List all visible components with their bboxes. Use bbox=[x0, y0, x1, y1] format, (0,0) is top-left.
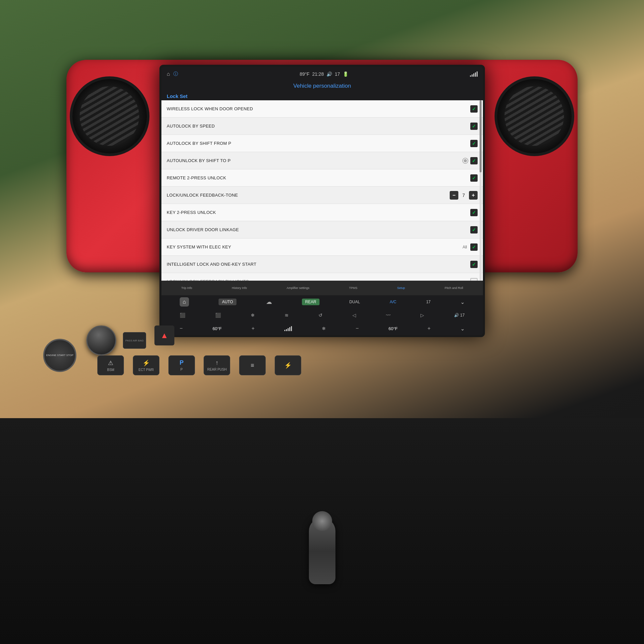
home-button[interactable]: ⌂ bbox=[180, 297, 189, 307]
setting-row-autolock-shift[interactable]: AUTOLOCK BY SHIFT FROM P ✓ bbox=[161, 135, 483, 152]
snowflake-icon[interactable]: ❄ bbox=[322, 326, 326, 331]
gear-shifter[interactable] bbox=[309, 518, 335, 584]
setting-control-feedback-lights[interactable] bbox=[470, 278, 478, 281]
checkbox-autolock-shift[interactable]: ✓ bbox=[470, 140, 478, 147]
pass-airbag-indicator: PASS AIR BAG bbox=[123, 332, 146, 349]
extra-btn-1[interactable]: ≡ bbox=[239, 355, 266, 375]
setting-control-autounlock[interactable]: ✓ bbox=[462, 157, 478, 164]
setting-row-driver-door[interactable]: UNLOCK DRIVER DOOR LINKAGE ✓ bbox=[161, 221, 483, 238]
status-right bbox=[470, 71, 478, 77]
feedback-tone-plus[interactable]: + bbox=[469, 191, 478, 200]
setting-row-wireless-lock[interactable]: Wireless lock when door opened ✓ bbox=[161, 100, 483, 118]
seat-heat-right-icon[interactable]: ⬛ bbox=[215, 313, 221, 318]
setting-label-autolock-shift: AUTOLOCK BY SHIFT FROM P bbox=[167, 141, 231, 146]
wave-icon[interactable]: 〰 bbox=[386, 313, 391, 318]
checkbox-feedback-lights[interactable] bbox=[470, 278, 478, 281]
checkbox-intelligent-lock[interactable]: ✓ bbox=[470, 261, 478, 268]
right-air-vent bbox=[495, 76, 574, 156]
bsm-button[interactable]: ⚠ BSM bbox=[97, 355, 124, 375]
parking-label: P bbox=[180, 368, 183, 371]
defrost-icon[interactable]: ❄ bbox=[251, 313, 255, 318]
bottom-nav: Trip Info History Info Amplifier setting… bbox=[161, 281, 483, 295]
checkbox-wireless-lock[interactable]: ✓ bbox=[470, 105, 478, 113]
fan-icon[interactable]: ☁ bbox=[266, 298, 272, 306]
radio-autounlock[interactable] bbox=[462, 158, 468, 164]
setting-control-autolock-speed[interactable]: ✓ bbox=[470, 123, 478, 130]
fan-left-icon[interactable]: ◁ bbox=[352, 313, 356, 318]
setting-row-remote-unlock[interactable]: REMOTE 2-PRESS UNLOCK ✓ bbox=[161, 169, 483, 187]
extra-icon-1: ≡ bbox=[251, 362, 254, 369]
scroll-indicator[interactable] bbox=[480, 100, 482, 281]
signal-bar-3 bbox=[473, 73, 474, 77]
nav-trip-info[interactable]: Trip Info bbox=[181, 286, 192, 290]
setting-row-autounlock[interactable]: AUTOUNLOCK BY SHIFT TO P ✓ bbox=[161, 152, 483, 169]
nav-tpms[interactable]: TPMS bbox=[349, 286, 357, 290]
climate-row-3: − 60°F + ❄ − 60°F + ⌄ bbox=[161, 322, 483, 335]
nav-setup[interactable]: Setup bbox=[397, 286, 405, 290]
volume-icon[interactable]: 🔊 bbox=[326, 71, 332, 77]
ac-button[interactable]: A/C bbox=[390, 300, 397, 304]
nav-history-info[interactable]: History Info bbox=[232, 286, 247, 290]
engine-start-label: ENGINE START STOP bbox=[46, 353, 73, 357]
setting-control-autolock-shift[interactable]: ✓ bbox=[470, 140, 478, 147]
nav-pitch-roll[interactable]: Pitch and Roll bbox=[445, 286, 463, 290]
setting-row-autolock-speed[interactable]: AUTOLOCK BY SPEED ✓ bbox=[161, 118, 483, 135]
signal-bar-4 bbox=[475, 72, 476, 77]
setting-control-feedback-tone[interactable]: − 7 + bbox=[450, 191, 478, 200]
rear-button[interactable]: REAR bbox=[302, 299, 320, 305]
engine-start-button[interactable]: ENGINE START STOP bbox=[43, 339, 76, 372]
setting-control-driver-door[interactable]: ✓ bbox=[470, 226, 478, 233]
sig5 bbox=[291, 326, 292, 331]
sig4 bbox=[289, 327, 290, 331]
info-icon[interactable]: ⓘ bbox=[173, 71, 178, 77]
key-system-all-label: All bbox=[463, 245, 467, 249]
rear-push-button[interactable]: ↑ REAR PUSH bbox=[204, 355, 230, 375]
ect-pwr-button[interactable]: ⚡ ECT PWR bbox=[133, 355, 159, 375]
feedback-tone-minus[interactable]: − bbox=[450, 191, 458, 200]
setting-row-feedback-lights[interactable]: LOCK/UNLOCK FEEDBACK BY LIGHTS bbox=[161, 273, 483, 281]
setting-control-key-system[interactable]: All ✓ bbox=[463, 243, 478, 251]
checkbox-key2press[interactable]: ✓ bbox=[470, 209, 478, 216]
setting-control-intelligent-lock[interactable]: ✓ bbox=[470, 261, 478, 268]
chevron-down-icon[interactable]: ⌄ bbox=[460, 299, 465, 305]
seat-heat-left-icon[interactable]: ⬛ bbox=[180, 313, 185, 318]
parking-button[interactable]: P P bbox=[168, 355, 195, 375]
rear-push-icon: ↑ bbox=[216, 359, 219, 366]
home-icon[interactable]: ⌂ bbox=[167, 71, 170, 77]
temp-right-plus[interactable]: + bbox=[427, 325, 430, 331]
setting-control-remote-unlock[interactable]: ✓ bbox=[470, 174, 478, 182]
setting-row-key-system[interactable]: KEY SYSTEM WITH ELEC KEY All ✓ bbox=[161, 238, 483, 256]
wireless-charge-button[interactable]: ⚡ bbox=[275, 355, 301, 375]
bsm-icon: ⚠ bbox=[108, 359, 113, 367]
temp-left-minus[interactable]: − bbox=[180, 325, 183, 331]
airflow-icon[interactable]: ≋ bbox=[285, 313, 289, 318]
setting-row-intelligent-lock[interactable]: INTELLIGENT LOCK AND ONE-KEY START ✓ bbox=[161, 256, 483, 273]
climate-row-1: ⌂ AUTO ☁ REAR DUAL A/C 17 ⌄ bbox=[161, 295, 483, 309]
checkbox-autounlock[interactable]: ✓ bbox=[470, 157, 478, 164]
checkbox-key-system[interactable]: ✓ bbox=[470, 243, 478, 251]
recirc-icon[interactable]: ↺ bbox=[319, 313, 322, 318]
auto-button[interactable]: AUTO bbox=[219, 299, 236, 305]
checkbox-driver-door[interactable]: ✓ bbox=[470, 226, 478, 233]
chevron-down-icon-2[interactable]: ⌄ bbox=[460, 325, 465, 332]
nav-amplifier-label: Amplifier settings bbox=[287, 286, 310, 290]
small-buttons-row: ⚠ BSM ⚡ ECT PWR P P ↑ REAR PUSH ≡ ⚡ bbox=[93, 352, 306, 379]
left-air-vent bbox=[70, 76, 149, 156]
setting-row-feedback-tone[interactable]: LOCK/UNLOCK FEEDBACK-TONE − 7 + bbox=[161, 187, 483, 204]
sig2 bbox=[286, 329, 287, 331]
signal-strength bbox=[284, 326, 292, 331]
checkbox-autolock-speed[interactable]: ✓ bbox=[470, 123, 478, 130]
temp-right-minus[interactable]: − bbox=[356, 325, 359, 331]
signal-bar-5 bbox=[477, 71, 478, 77]
scroll-thumb[interactable] bbox=[480, 100, 482, 172]
fan-right-icon[interactable]: ▷ bbox=[420, 313, 424, 318]
setting-row-key2press[interactable]: KEY 2-PRESS UNLOCK ✓ bbox=[161, 204, 483, 221]
setting-control-key2press[interactable]: ✓ bbox=[470, 209, 478, 216]
nav-amplifier[interactable]: Amplifier settings bbox=[287, 286, 310, 290]
setting-control-wireless-lock[interactable]: ✓ bbox=[470, 105, 478, 113]
drive-mode-knob[interactable] bbox=[86, 325, 116, 355]
checkbox-remote-unlock[interactable]: ✓ bbox=[470, 174, 478, 182]
dual-button[interactable]: DUAL bbox=[349, 300, 360, 304]
temp-left-plus[interactable]: + bbox=[251, 325, 254, 331]
hazard-button[interactable]: ▲ bbox=[154, 325, 174, 345]
